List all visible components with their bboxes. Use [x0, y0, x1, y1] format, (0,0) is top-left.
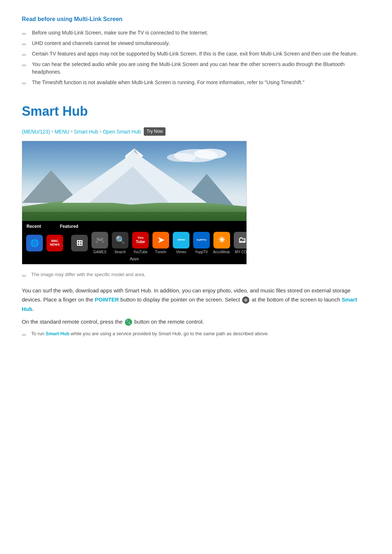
apps-label: Apps	[130, 256, 139, 262]
app-item-search[interactable]: 🔍 Search	[111, 232, 130, 255]
image-note: ✏ The image may differ with the specific…	[22, 271, 370, 281]
smart-hub-icon: ⊕	[242, 296, 249, 304]
body-paragraph-1: You can surf the web, download apps with…	[22, 286, 370, 314]
mycon-label: MY CON	[235, 249, 247, 255]
breadcrumb-arrow-2: ›	[71, 128, 72, 135]
app-item-mycon[interactable]: 🗂 MY CON	[233, 232, 247, 255]
note-item-2: ✏ UHD content and channels cannot be vie…	[22, 40, 370, 47]
smart-hub-screenshot: Recent Featured 🌐 BBCNEWS ⊞ 🎮 GAMES 🔍	[22, 141, 247, 264]
app-item-tunein[interactable]: ➤ TuneIn	[151, 232, 170, 255]
svg-point-3	[167, 153, 196, 162]
featured-label: Featured	[58, 223, 81, 230]
vimeo-icon: vimeo	[173, 232, 189, 249]
vimeo-label: Vimeo	[176, 249, 186, 255]
tunein-label: TuneIn	[155, 249, 167, 255]
note-item-3: ✏ Certain TV features and apps may not b…	[22, 50, 370, 58]
app-item-yupptv[interactable]: YUPPTV YuppTV	[192, 232, 211, 255]
bbc-icon: BBCNEWS	[46, 235, 63, 251]
app-item-globe[interactable]: 🌐	[25, 235, 44, 252]
recent-label: Recent	[25, 223, 44, 230]
note-list: ✏ Before using Multi-Link Screen, make s…	[22, 29, 370, 86]
note-pencil-icon-1: ✏	[22, 30, 28, 36]
svg-marker-8	[105, 148, 134, 192]
mountain-svg	[22, 141, 246, 221]
globe-icon: 🌐	[26, 235, 43, 251]
svg-point-2	[194, 149, 226, 159]
pointer-text: POINTER	[95, 296, 119, 303]
note-pencil-icon-2: ✏	[22, 40, 28, 47]
smart-hub-bottom-bar: Recent Featured 🌐 BBCNEWS ⊞ 🎮 GAMES 🔍	[22, 221, 246, 264]
svg-rect-11	[22, 212, 246, 221]
mountain-background	[22, 141, 246, 221]
svg-marker-7	[134, 148, 163, 192]
app-item-accuweather[interactable]: ☀ AccuWeat-	[212, 232, 231, 255]
breadcrumb-menu: MENU	[54, 128, 69, 136]
breadcrumb-menu-code: (MENU/123)	[22, 128, 50, 136]
body-paragraph-2: On the standard remote control, press th…	[22, 317, 370, 327]
accuweather-icon: ☀	[213, 232, 230, 249]
multilink-icon: ⊞	[71, 235, 88, 251]
note-pencil-icon-3: ✏	[22, 51, 28, 57]
bar-labels: Recent Featured	[25, 223, 244, 230]
note-item-1: ✏ Before using Multi-Link Screen, make s…	[22, 29, 370, 37]
try-now-badge[interactable]: Try Now	[144, 127, 166, 136]
yupptv-label: YuppTV	[195, 249, 208, 255]
note-item-5: ✏ The Timeshift function is not availabl…	[22, 79, 370, 86]
app-item-multilink[interactable]: ⊞	[70, 235, 89, 252]
note-smart-hub-link[interactable]: Smart Hub	[46, 331, 70, 336]
apps-label-row: Apps	[25, 255, 244, 263]
remote-button-icon: 🔧	[125, 319, 132, 326]
search-icon: 🔍	[112, 232, 128, 249]
smart-hub-note: ✏ To run Smart Hub while you are using a…	[22, 330, 370, 340]
image-note-pencil-icon: ✏	[22, 271, 28, 281]
breadcrumb-smart-hub: Smart Hub	[74, 128, 98, 136]
note-item-4: ✏ You can hear the selected audio while …	[22, 61, 370, 76]
breadcrumb: (MENU/123) › MENU › Smart Hub › Open Sma…	[22, 127, 370, 136]
note-pencil-icon-4: ✏	[22, 61, 28, 68]
app-item-games[interactable]: 🎮 GAMES	[90, 232, 109, 255]
youtube-icon: YouTube	[132, 232, 149, 249]
yupptv-icon: YUPPTV	[193, 232, 210, 249]
search-label: Search	[114, 249, 126, 255]
note-pencil-icon-5: ✏	[22, 79, 28, 86]
app-item-vimeo[interactable]: vimeo Vimeo	[172, 232, 191, 255]
games-icon: 🎮	[91, 232, 108, 249]
tunein-icon: ➤	[152, 232, 169, 249]
app-item-youtube[interactable]: YouTube YouTube	[131, 232, 150, 255]
smart-hub-note-pencil-icon: ✏	[22, 331, 28, 340]
breadcrumb-open: Open Smart Hub	[103, 128, 141, 136]
apps-row: 🌐 BBCNEWS ⊞ 🎮 GAMES 🔍 Search YouTube	[25, 232, 244, 255]
breadcrumb-arrow-1: ›	[52, 128, 53, 135]
read-before-title: Read before using Multi-Link Screen	[22, 15, 370, 24]
mycon-icon: 🗂	[234, 232, 247, 249]
accuweather-label: AccuWeat-	[213, 249, 231, 255]
youtube-label: YouTube	[133, 249, 147, 255]
app-item-bbc[interactable]: BBCNEWS	[45, 235, 64, 252]
breadcrumb-arrow-3: ›	[100, 128, 101, 135]
smart-hub-heading: Smart Hub	[22, 101, 370, 122]
games-label: GAMES	[93, 249, 106, 255]
